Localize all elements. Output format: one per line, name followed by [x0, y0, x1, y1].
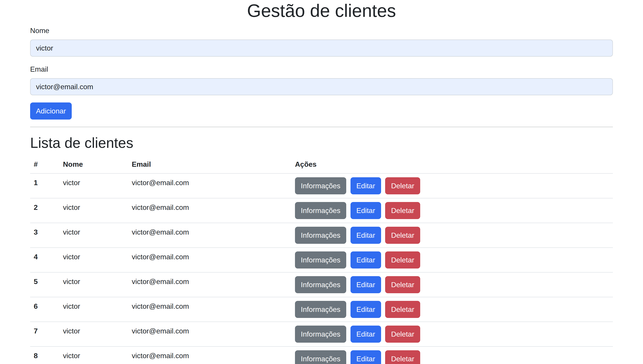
divider	[30, 127, 613, 127]
name-input[interactable]	[30, 40, 613, 56]
client-email-cell: victor@email.com	[128, 322, 291, 346]
table-row: 7 victor victor@email.com Informações Ed…	[30, 322, 613, 346]
client-name-cell: victor	[59, 297, 128, 322]
client-email-cell: victor@email.com	[128, 198, 291, 223]
table-row: 3 victor victor@email.com Informações Ed…	[30, 223, 613, 248]
row-number: 3	[30, 223, 59, 248]
column-header-actions: Ações	[291, 155, 613, 174]
info-button[interactable]: Informações	[295, 326, 346, 343]
edit-button[interactable]: Editar	[350, 301, 381, 318]
email-field-group: Email	[30, 64, 613, 95]
table-row: 5 victor victor@email.com Informações Ed…	[30, 272, 613, 297]
client-email-cell: victor@email.com	[128, 174, 291, 198]
info-button[interactable]: Informações	[295, 227, 346, 244]
delete-button[interactable]: Deletar	[385, 227, 420, 244]
client-name-cell: victor	[59, 223, 128, 248]
delete-button[interactable]: Deletar	[385, 301, 420, 318]
client-email-cell: victor@email.com	[128, 248, 291, 272]
info-button[interactable]: Informações	[295, 252, 346, 268]
edit-button[interactable]: Editar	[350, 326, 381, 343]
edit-button[interactable]: Editar	[350, 276, 381, 293]
row-number: 8	[30, 346, 59, 364]
row-actions-cell: Informações Editar Deletar	[291, 223, 613, 248]
delete-button[interactable]: Deletar	[385, 252, 420, 268]
row-actions-cell: Informações Editar Deletar	[291, 272, 613, 297]
email-label: Email	[30, 64, 48, 74]
list-title: Lista de clientes	[30, 134, 613, 152]
edit-button[interactable]: Editar	[350, 227, 381, 244]
row-number: 6	[30, 297, 59, 322]
row-actions-cell: Informações Editar Deletar	[291, 198, 613, 223]
row-number: 2	[30, 198, 59, 223]
row-number: 7	[30, 322, 59, 346]
edit-button[interactable]: Editar	[350, 252, 381, 268]
row-actions-cell: Informações Editar Deletar	[291, 322, 613, 346]
client-email-cell: victor@email.com	[128, 346, 291, 364]
info-button[interactable]: Informações	[295, 350, 346, 364]
client-name-cell: victor	[59, 322, 128, 346]
client-name-cell: victor	[59, 198, 128, 223]
row-actions-cell: Informações Editar Deletar	[291, 248, 613, 272]
row-actions-cell: Informações Editar Deletar	[291, 297, 613, 322]
table-row: 4 victor victor@email.com Informações Ed…	[30, 248, 613, 272]
table-row: 8 victor victor@email.com Informações Ed…	[30, 346, 613, 364]
row-number: 4	[30, 248, 59, 272]
info-button[interactable]: Informações	[295, 202, 346, 219]
page-title: Gestão de clientes	[30, 0, 613, 22]
client-name-cell: victor	[59, 272, 128, 297]
table-header-row: # Nome Email Ações	[30, 155, 613, 174]
row-actions-cell: Informações Editar Deletar	[291, 174, 613, 198]
row-number: 1	[30, 174, 59, 198]
client-email-cell: victor@email.com	[128, 297, 291, 322]
delete-button[interactable]: Deletar	[385, 202, 420, 219]
email-input[interactable]	[30, 78, 613, 95]
info-button[interactable]: Informações	[295, 177, 346, 194]
column-header-name: Nome	[59, 155, 128, 174]
client-name-cell: victor	[59, 248, 128, 272]
add-button[interactable]: Adicionar	[30, 102, 72, 120]
column-header-email: Email	[128, 155, 291, 174]
clients-table: # Nome Email Ações 1 victor victor@email…	[30, 155, 613, 364]
info-button[interactable]: Informações	[295, 301, 346, 318]
client-name-cell: victor	[59, 174, 128, 198]
row-actions-cell: Informações Editar Deletar	[291, 346, 613, 364]
info-button[interactable]: Informações	[295, 276, 346, 293]
delete-button[interactable]: Deletar	[385, 350, 420, 364]
edit-button[interactable]: Editar	[350, 177, 381, 194]
client-email-cell: victor@email.com	[128, 272, 291, 297]
edit-button[interactable]: Editar	[350, 202, 381, 219]
table-row: 1 victor victor@email.com Informações Ed…	[30, 174, 613, 198]
main-container: Gestão de clientes Nome Email Adicionar …	[25, 0, 618, 364]
row-number: 5	[30, 272, 59, 297]
name-label: Nome	[30, 25, 49, 36]
delete-button[interactable]: Deletar	[385, 177, 420, 194]
column-header-number: #	[30, 155, 59, 174]
table-row: 2 victor victor@email.com Informações Ed…	[30, 198, 613, 223]
delete-button[interactable]: Deletar	[385, 326, 420, 343]
client-form: Nome Email Adicionar	[30, 25, 613, 120]
clients-table-body: 1 victor victor@email.com Informações Ed…	[30, 174, 613, 364]
edit-button[interactable]: Editar	[350, 350, 381, 364]
delete-button[interactable]: Deletar	[385, 276, 420, 293]
client-name-cell: victor	[59, 346, 128, 364]
table-row: 6 victor victor@email.com Informações Ed…	[30, 297, 613, 322]
client-email-cell: victor@email.com	[128, 223, 291, 248]
name-field-group: Nome	[30, 25, 613, 56]
